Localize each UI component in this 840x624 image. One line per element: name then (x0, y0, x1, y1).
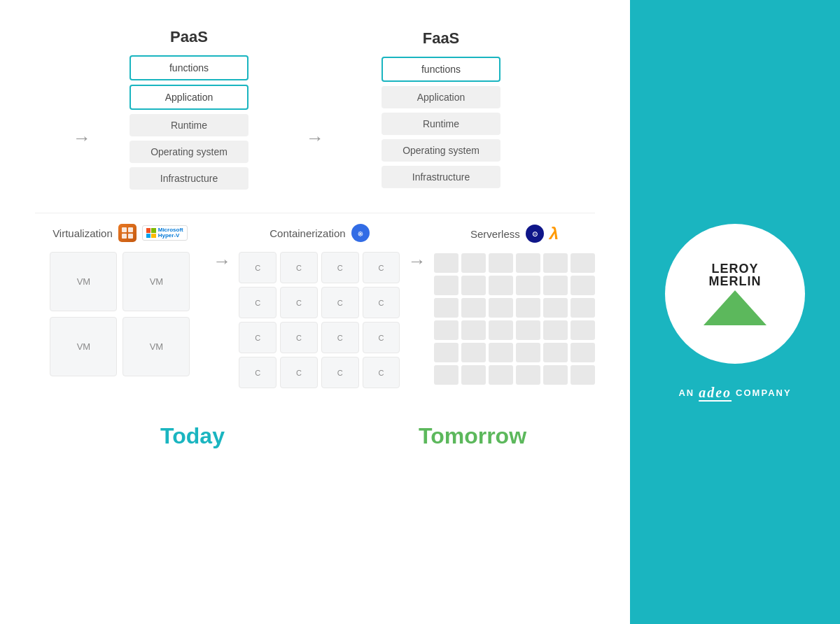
today-label: Today (35, 423, 350, 449)
lambda-icon: λ (550, 224, 559, 243)
container-box: C (239, 252, 276, 283)
adeo-brand: adeo (699, 385, 732, 401)
containerization-label: Containerization (270, 227, 345, 239)
container-box: C (321, 322, 359, 353)
container-box: C (280, 357, 318, 388)
arrow-right-1-icon: → (73, 129, 91, 147)
faas-layer-application: Application (382, 86, 500, 108)
today-col: Today (35, 409, 350, 449)
paas-layer-application: Application (130, 85, 248, 110)
vm-grid: VM VM VM VM (50, 252, 190, 376)
arrow-right-2-icon: → (306, 129, 324, 147)
containerization-section: Containerization ⎈ C C C C C C C C C C C (239, 224, 400, 388)
vmware-icon (118, 224, 136, 242)
vm-box-2: VM (122, 252, 190, 311)
virtualization-label: Virtualization (52, 227, 113, 239)
faas-layer-infra: Infrastructure (382, 166, 500, 188)
container-to-serverless-arrow: → (400, 252, 434, 270)
serverless-grid (434, 253, 595, 385)
bottom-labels: Today Tomorrow (35, 409, 595, 449)
divider (35, 213, 595, 213)
middle-arrow: → (287, 129, 343, 147)
container-box: C (363, 357, 400, 388)
paas-layer-runtime: Runtime (130, 114, 248, 136)
container-box: C (280, 252, 318, 283)
container-box: C (363, 287, 400, 318)
paas-layer-infra: Infrastructure (130, 167, 248, 190)
serverless-header: Serverless ⊙ λ (470, 224, 559, 243)
serverless-section: Serverless ⊙ λ (434, 224, 595, 385)
container-box: C (321, 252, 359, 283)
leroy-merlin-logo: LEROY MERLIN (704, 262, 766, 325)
virtualization-header: Virtualization (52, 224, 188, 242)
container-grid: C C C C C C C C C C C C C C C C (239, 252, 400, 388)
logo-triangle (704, 290, 766, 325)
tomorrow-col: Tomorrow (350, 409, 595, 449)
container-box: C (239, 357, 276, 388)
helm-icon: ⊙ (526, 225, 544, 243)
vm-box-1: VM (50, 252, 117, 311)
logo-leroy: LEROY (711, 262, 758, 275)
hyperv-icon: MicrosoftHyper-V (142, 225, 188, 241)
paas-faas-row: → PaaS functions Application Runtime Ope… (35, 21, 595, 206)
adeo-company-row: AN adeo COMPANY (678, 385, 791, 401)
faas-layer-os: Operating system (382, 139, 500, 162)
adeo-prefix: AN (678, 388, 694, 398)
paas-column: PaaS functions Application Runtime Opera… (119, 28, 259, 192)
tomorrow-label: Tomorrow (350, 423, 595, 449)
virtualization-section: Virtualization (35, 224, 205, 376)
containerization-header: Containerization ⎈ (270, 224, 369, 242)
adeo-suffix: COMPANY (736, 388, 791, 398)
faas-title: FaaS (423, 29, 460, 48)
container-box: C (239, 287, 276, 318)
paas-layer-os: Operating system (130, 141, 248, 163)
serverless-label: Serverless (470, 228, 520, 240)
container-box: C (363, 322, 400, 353)
virt-to-container-arrow: → (205, 252, 239, 270)
container-box: C (363, 252, 400, 283)
container-box: C (280, 287, 318, 318)
logo-circle: LEROY MERLIN (665, 224, 805, 364)
vm-box-3: VM (50, 317, 117, 376)
faas-column: FaaS functions Application Runtime Opera… (371, 29, 511, 190)
container-box: C (321, 287, 359, 318)
paas-title: PaaS (170, 28, 208, 46)
arrow-right-4-icon: → (408, 252, 426, 270)
left-arrow: → (49, 129, 91, 147)
container-box: C (321, 357, 359, 388)
faas-layer-functions: functions (382, 57, 500, 82)
sidebar: LEROY MERLIN AN adeo COMPANY (630, 0, 840, 624)
main-content: → PaaS functions Application Runtime Ope… (0, 0, 630, 624)
arrow-right-3-icon: → (213, 252, 231, 270)
kubernetes-icon: ⎈ (351, 224, 370, 242)
faas-layer-runtime: Runtime (382, 113, 500, 135)
container-box: C (280, 322, 318, 353)
container-box: C (239, 322, 276, 353)
virtualization-row: Virtualization (35, 220, 595, 392)
vm-box-4: VM (122, 317, 190, 376)
logo-merlin: MERLIN (709, 275, 762, 288)
paas-layer-functions: functions (130, 55, 248, 80)
